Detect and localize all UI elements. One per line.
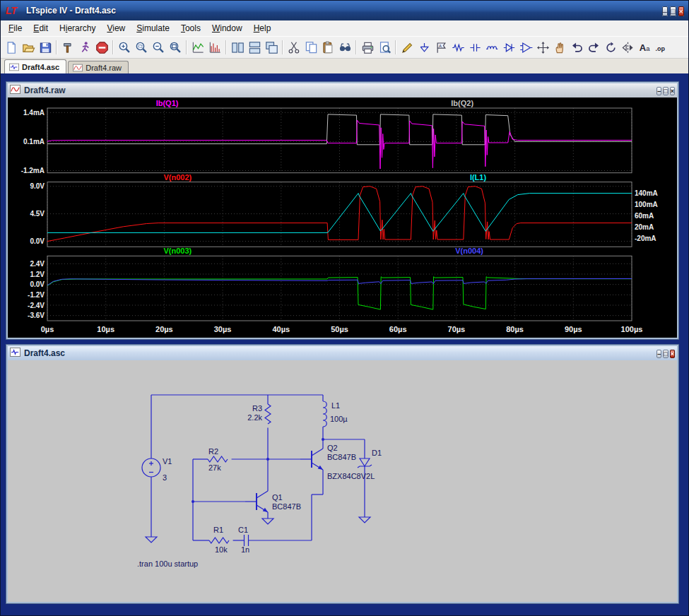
paste-icon[interactable] [319,39,336,56]
component-symbol [209,538,229,543]
trace-label[interactable]: V(n002) [164,173,192,182]
menu-window[interactable]: Window [206,21,248,35]
right-y-tick-label: -20mA [635,235,656,242]
component-value-R1[interactable]: 10k [215,545,228,554]
new-schematic-icon[interactable] [3,39,20,56]
trace-label[interactable]: I(L1) [470,173,487,182]
move-icon[interactable] [534,39,551,56]
menu-edit[interactable]: Edit [28,21,54,35]
minimize-button[interactable]: – [656,87,661,95]
wire-icon[interactable] [399,39,416,56]
menu-file[interactable]: File [3,21,28,35]
autorange-icon[interactable] [189,39,206,56]
component-name-V1[interactable]: V1 [163,457,172,466]
component-value-L1[interactable]: 100µ [330,415,348,423]
menu-simulate[interactable]: Simulate [131,21,175,35]
window-controls: –□× [660,4,684,17]
component-value-R2[interactable]: 27k [208,463,221,472]
fft-icon[interactable] [206,39,223,56]
run-icon[interactable] [76,39,93,56]
waveform-window-controls: –□× [655,85,675,96]
redo-icon[interactable] [585,39,602,56]
y-tick-label: -1.2V [28,291,45,299]
component-name-L1[interactable]: L1 [331,401,340,410]
right-y-tick-label: 60mA [635,212,654,220]
component-name-R1[interactable]: R1 [213,526,223,534]
junction-dot [266,458,269,461]
component-name-R3[interactable]: R3 [252,404,262,413]
close-button[interactable]: × [670,350,675,358]
trace-label[interactable]: Ib(Q2) [451,99,473,107]
svg-text:A: A [639,42,646,53]
cascade-icon[interactable] [263,39,280,56]
menu-help[interactable]: Help [248,21,277,35]
capacitor-icon[interactable] [466,39,483,56]
zoom-full-icon[interactable] [167,39,184,56]
open-icon[interactable] [20,39,37,56]
halt-icon[interactable] [93,39,110,56]
spice-directive-text[interactable]: .tran 100u startup [137,559,198,568]
minimize-button[interactable]: – [662,6,668,16]
maximize-button[interactable]: □ [670,6,676,16]
net-label-icon[interactable]: A [432,39,449,56]
print-preview-icon[interactable] [376,39,393,56]
rotate-icon[interactable] [602,39,619,56]
close-button[interactable]: × [678,6,684,16]
menu-hierarchy[interactable]: Hierarchy [54,21,101,35]
schematic-window-titlebar[interactable]: Draft4.asc –□× [8,346,677,360]
menu-view[interactable]: View [101,21,131,35]
v1-symbol [142,458,160,477]
zoom-box-icon[interactable] [133,39,150,56]
title-bar[interactable]: LT LTspice IV - Draft4.asc –□× [1,1,688,20]
trace-label[interactable]: Ib(Q1) [156,99,179,107]
component-value-Q2[interactable]: BC847B [327,453,356,461]
cut-icon[interactable] [285,39,302,56]
waveform-window-titlebar[interactable]: Draft4.raw –□× [8,83,677,97]
component-name-Q2[interactable]: Q2 [327,444,338,452]
component-symbol [208,456,228,462]
component-value-V1[interactable]: 3 [163,473,167,482]
component-value-D1[interactable]: BZX84C8V2L [327,472,375,480]
tile-horizontal-icon[interactable] [246,39,263,56]
trace-label[interactable]: V(n003) [164,247,192,255]
tile-vertical-icon[interactable] [229,39,246,56]
component-name-Q1[interactable]: Q1 [272,493,283,502]
component-name-R2[interactable]: R2 [208,447,218,456]
drag-icon[interactable] [551,39,568,56]
component-name-D1[interactable]: D1 [372,449,382,457]
ground-icon[interactable] [416,39,432,56]
restore-button[interactable]: □ [663,350,668,358]
restore-button[interactable]: □ [663,87,668,95]
undo-icon[interactable] [568,39,585,56]
tab-draft4.raw[interactable]: Draft4.raw [68,61,129,75]
component-value-C1[interactable]: 1n [241,545,249,554]
ltspice-window: LT LTspice IV - Draft4.asc –□× FileEditH… [0,0,689,616]
mirror-icon[interactable] [619,39,636,56]
component-icon[interactable] [517,39,534,56]
resistor-icon[interactable] [449,39,466,56]
menu-tools[interactable]: Tools [175,21,206,35]
spice-directive-icon[interactable]: .op [653,39,670,56]
copy-icon[interactable] [302,39,319,56]
zoom-out-icon[interactable] [150,39,167,56]
tab-draft4.asc[interactable]: Draft4.asc [4,59,66,75]
component-symbol [312,449,323,456]
x-tick-label: 100µs [621,325,643,333]
schematic-canvas[interactable]: V13R32.2kR227kR110kC11nL1100µQ1BC847BQ2B… [8,360,677,602]
component-value-R3[interactable]: 2.2k [247,413,262,422]
close-button[interactable]: × [670,87,675,95]
inductor-icon[interactable] [483,39,500,56]
zoom-in-icon[interactable] [116,39,133,56]
save-icon[interactable] [37,39,54,56]
waveform-file-icon [10,85,20,96]
trace-label[interactable]: V(n004) [455,247,483,255]
text-icon[interactable]: Aa [636,39,653,56]
component-value-Q1[interactable]: BC847B [272,502,301,511]
print-icon[interactable] [359,39,376,56]
component-name-C1[interactable]: C1 [238,526,248,534]
waveform-plot-area[interactable]: 1.4mA0.1mA-1.2mAIb(Q2)Ib(Q1)9.0V4.5V0.0V… [8,97,677,338]
find-icon[interactable] [336,39,353,56]
minimize-button[interactable]: – [656,350,661,358]
control-panel-icon[interactable] [59,39,76,56]
diode-icon[interactable] [500,39,517,56]
